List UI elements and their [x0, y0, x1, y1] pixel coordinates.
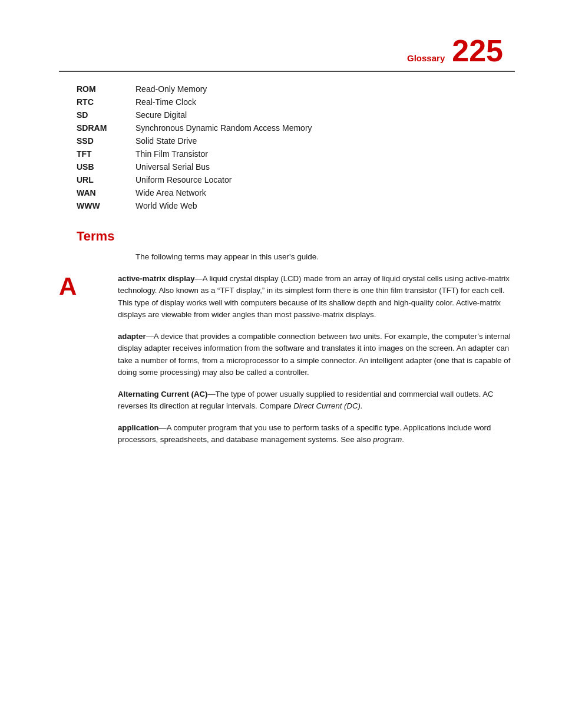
- terms-heading: Terms: [77, 229, 515, 244]
- abbrev-row: SSD Solid State Drive: [77, 134, 533, 147]
- abbrev-row: SDRAM Synchronous Dynamic Random Access …: [77, 121, 533, 134]
- abbrev-term: SSD: [77, 134, 135, 147]
- abbrev-row: RTC Real-Time Clock: [77, 95, 533, 108]
- term-name: Alternating Current (AC): [118, 390, 207, 398]
- abbrev-term: ROM: [77, 83, 135, 95]
- abbrev-term: SD: [77, 108, 135, 121]
- abbrev-term: TFT: [77, 147, 135, 160]
- terms-intro: The following terms may appear in this u…: [135, 252, 515, 261]
- abbrev-def: Read-Only Memory: [135, 83, 533, 95]
- abbrev-row: URL Uniform Resource Locator: [77, 173, 533, 186]
- abbrev-row: WWW World Wide Web: [77, 199, 533, 212]
- abbrev-def: Thin Film Transistor: [135, 147, 533, 160]
- section-label: Glossary: [407, 53, 445, 63]
- abbrev-def: Solid State Drive: [135, 134, 533, 147]
- abbrev-term: RTC: [77, 95, 135, 108]
- abbrev-term: WWW: [77, 199, 135, 212]
- abbrev-term: WAN: [77, 186, 135, 199]
- abbrev-def: World Wide Web: [135, 199, 533, 212]
- term-entry-active-matrix-display: active-matrix display—A liquid crystal d…: [118, 273, 515, 321]
- abbrev-term: USB: [77, 160, 135, 173]
- letter-marker-a: A: [59, 273, 118, 300]
- abbreviations-table: ROM Read-Only Memory RTC Real-Time Clock…: [77, 83, 533, 212]
- abbrev-def: Universal Serial Bus: [135, 160, 533, 173]
- abbrev-def: Secure Digital: [135, 108, 533, 121]
- term-entry-application: application—A computer program that you …: [118, 422, 515, 446]
- term-name: adapter: [118, 332, 146, 341]
- page: Glossary 225 ROM Read-Only Memory RTC Re…: [0, 0, 562, 728]
- top-rule: [59, 71, 515, 72]
- term-entry-alternating-current: Alternating Current (AC)—The type of pow…: [118, 388, 515, 413]
- abbrev-row: SD Secure Digital: [77, 108, 533, 121]
- abbrev-def: Uniform Resource Locator: [135, 173, 533, 186]
- term-italic: program: [373, 435, 402, 444]
- abbrev-term: URL: [77, 173, 135, 186]
- term-name: application: [118, 423, 159, 432]
- term-italic: Direct Current (DC).: [293, 401, 362, 410]
- term-section-a: A active-matrix display—A liquid crystal…: [59, 273, 515, 455]
- abbrev-row: ROM Read-Only Memory: [77, 83, 533, 95]
- abbrev-term: SDRAM: [77, 121, 135, 134]
- term-name: active-matrix display: [118, 274, 194, 283]
- abbrev-row: WAN Wide Area Network: [77, 186, 533, 199]
- abbrev-def: Real-Time Clock: [135, 95, 533, 108]
- abbrev-def: Wide Area Network: [135, 186, 533, 199]
- abbrev-def: Synchronous Dynamic Random Access Memory: [135, 121, 533, 134]
- term-entry-adapter: adapter—A device that provides a compati…: [118, 331, 515, 379]
- abbrev-row: TFT Thin Film Transistor: [77, 147, 533, 160]
- term-entries-a: active-matrix display—A liquid crystal d…: [118, 273, 515, 455]
- page-number: 225: [452, 35, 503, 66]
- abbrev-row: USB Universal Serial Bus: [77, 160, 533, 173]
- page-header: Glossary 225: [59, 35, 515, 66]
